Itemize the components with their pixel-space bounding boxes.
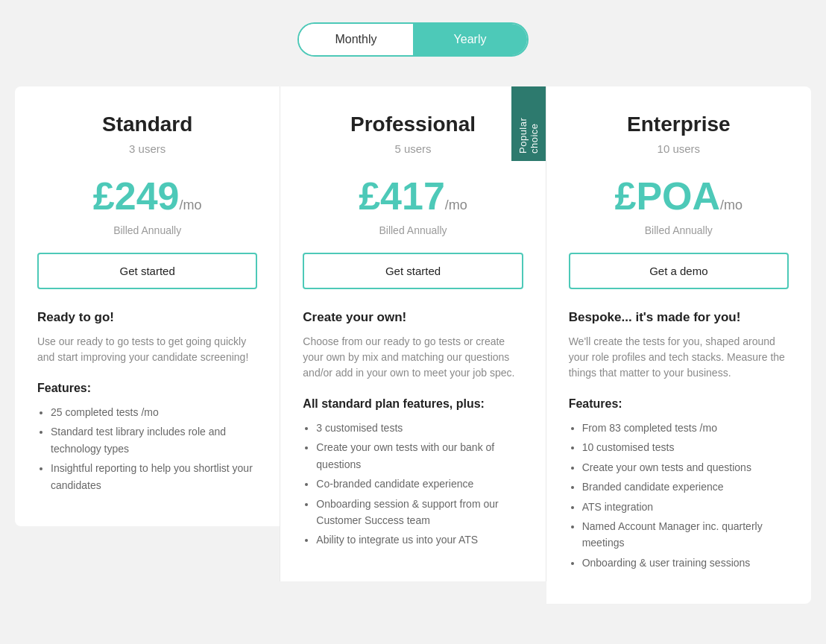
professional-billed: Billed Annually — [303, 224, 523, 236]
enterprise-feature-headline: Bespoke... it's made for you! — [569, 310, 789, 325]
standard-price-amount: £249 — [93, 174, 180, 218]
enterprise-price-block: £POA/mo — [569, 174, 789, 218]
enterprise-features-list: From 83 completed tests /mo 10 customise… — [569, 420, 789, 571]
standard-plan-users: 3 users — [37, 142, 257, 155]
enterprise-cta-button[interactable]: Get a demo — [569, 253, 789, 289]
enterprise-features-label: Features: — [569, 397, 789, 411]
standard-price-block: £249/mo — [37, 174, 257, 218]
list-item: From 83 completed tests /mo — [582, 420, 789, 436]
popular-badge: Popular choice — [511, 86, 546, 161]
list-item: Insightful reporting to help you shortli… — [51, 460, 257, 493]
standard-cta-button[interactable]: Get started — [37, 253, 257, 289]
billing-toggle: Monthly Yearly — [297, 22, 529, 57]
professional-price-block: £417/mo — [303, 174, 523, 218]
monthly-toggle[interactable]: Monthly — [299, 24, 413, 55]
enterprise-feature-description: We'll create the tests for you, shaped a… — [569, 334, 789, 381]
list-item: 10 customised tests — [582, 439, 789, 455]
professional-features-list: 3 customised tests Create your own tests… — [303, 420, 523, 549]
standard-features-list: 25 completed tests /mo Standard test lib… — [37, 404, 257, 493]
professional-feature-headline: Create your own! — [303, 310, 523, 325]
professional-feature-description: Choose from our ready to go tests or cre… — [303, 334, 523, 381]
list-item: Ability to integrate us into your ATS — [316, 531, 523, 548]
list-item: Onboarding & user training sessions — [582, 555, 789, 571]
enterprise-price-period: /mo — [720, 198, 743, 212]
list-item: Create your own tests with our bank of q… — [316, 439, 523, 473]
enterprise-plan-name: Enterprise — [569, 113, 789, 136]
professional-features-label: All standard plan features, plus: — [303, 397, 523, 411]
enterprise-plan-users: 10 users — [569, 142, 789, 155]
list-item: Create your own tests and questions — [582, 459, 789, 476]
list-item: 3 customised tests — [316, 420, 523, 436]
list-item: Standard test library includes role and … — [51, 423, 257, 457]
list-item: ATS integration — [582, 499, 789, 515]
page-wrapper: Monthly Yearly Standard 3 users £249/mo … — [0, 0, 826, 634]
standard-plan-name: Standard — [37, 113, 257, 136]
list-item: Onboarding session & support from our Cu… — [316, 496, 523, 529]
yearly-toggle[interactable]: Yearly — [413, 24, 527, 55]
professional-plan-name: Professional — [303, 113, 523, 136]
pricing-cards: Standard 3 users £249/mo Billed Annually… — [15, 86, 811, 604]
standard-card: Standard 3 users £249/mo Billed Annually… — [15, 86, 280, 526]
standard-features-label: Features: — [37, 382, 257, 395]
professional-plan-users: 5 users — [303, 142, 523, 155]
standard-feature-description: Use our ready to go tests to get going q… — [37, 334, 257, 365]
enterprise-card: Enterprise 10 users £POA/mo Billed Annua… — [546, 86, 811, 604]
list-item: Named Account Manager inc. quarterly mee… — [582, 518, 789, 552]
list-item: Co-branded candidate experience — [316, 476, 523, 492]
professional-price-amount: £417 — [359, 174, 445, 218]
professional-cta-button[interactable]: Get started — [303, 253, 523, 289]
professional-price-period: /mo — [445, 198, 467, 212]
list-item: Branded candidate experience — [582, 479, 789, 495]
list-item: 25 completed tests /mo — [51, 404, 257, 420]
enterprise-price-amount: £POA — [615, 174, 721, 218]
enterprise-billed: Billed Annually — [569, 224, 789, 236]
professional-card: Popular choice Professional 5 users £417… — [280, 86, 546, 581]
standard-price-period: /mo — [180, 198, 202, 212]
standard-billed: Billed Annually — [37, 224, 257, 236]
standard-feature-headline: Ready to go! — [37, 310, 257, 325]
